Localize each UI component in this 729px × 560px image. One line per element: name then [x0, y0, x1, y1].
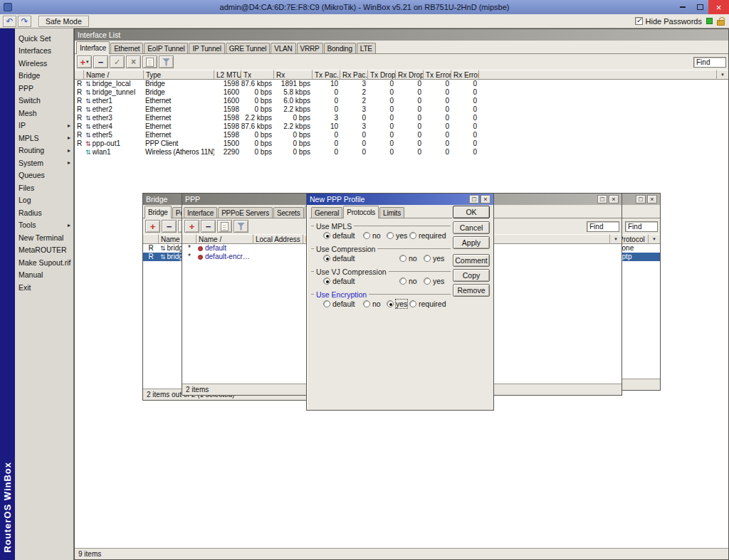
- radio-default[interactable]: default: [323, 231, 355, 240]
- sidebar-item[interactable]: Tools ▸: [15, 219, 73, 232]
- rx-column-header[interactable]: Rx: [274, 70, 313, 80]
- sidebar-item[interactable]: Bridge: [15, 70, 73, 83]
- find-box[interactable]: Find: [587, 221, 619, 232]
- column-chooser-button[interactable]: ▼: [649, 234, 660, 244]
- window-titlebar[interactable]: Interface List: [75, 29, 728, 41]
- sidebar-item[interactable]: Switch: [15, 95, 73, 107]
- undo-button[interactable]: ↶: [3, 16, 16, 27]
- sidebar-item[interactable]: System ▸: [15, 157, 73, 169]
- app-titlebar[interactable]: admin@D4:CA:6D:7E:F8:C9 (MikroTik) - Win…: [0, 0, 729, 14]
- sidebar-item[interactable]: Exit: [15, 281, 73, 294]
- tab[interactable]: Ethernet: [110, 43, 143, 53]
- dialog-titlebar[interactable]: New PPP Profile □ ×: [307, 194, 493, 205]
- sidebar-item[interactable]: PPP: [15, 82, 73, 95]
- remove-button[interactable]: −: [93, 56, 108, 68]
- add-button[interactable]: +: [184, 220, 199, 233]
- sidebar-item[interactable]: MPLS ▸: [15, 132, 73, 144]
- restore-button[interactable]: □: [469, 195, 479, 204]
- sidebar-item[interactable]: Interfaces: [15, 45, 73, 58]
- tab[interactable]: Bridge: [145, 206, 172, 218]
- tab[interactable]: Interface: [184, 207, 217, 218]
- comment-button[interactable]: Comment: [453, 254, 490, 267]
- find-box[interactable]: Find: [625, 221, 658, 232]
- rx-errors-column-header[interactable]: Rx Errors: [451, 70, 479, 80]
- sidebar-item[interactable]: Routing ▸: [15, 144, 73, 157]
- radio-default[interactable]: default: [323, 254, 355, 263]
- add-button[interactable]: +▾: [77, 56, 92, 68]
- tab[interactable]: Interface: [76, 41, 110, 54]
- interface-row[interactable]: R ether1 Ethernet 1600 0 bps 6.0 kbps 0 …: [75, 97, 728, 105]
- tab[interactable]: VLAN: [271, 43, 295, 53]
- name-column-header[interactable]: Name /: [84, 70, 144, 80]
- interface-row[interactable]: R bridge_tunnel Bridge 1600 0 bps 5.8 kb…: [75, 88, 728, 97]
- interface-row[interactable]: R ether4 Ethernet 1598 87.6 kbps 2.2 kbp…: [75, 122, 728, 131]
- disable-button[interactable]: ×: [126, 56, 141, 68]
- radio-required[interactable]: required: [409, 300, 446, 308]
- sidebar-item[interactable]: MetaROUTER: [15, 244, 73, 257]
- tab[interactable]: Secrets: [273, 207, 304, 218]
- radio-no[interactable]: no: [399, 254, 417, 263]
- tab[interactable]: Limits: [379, 207, 404, 218]
- radio-default[interactable]: default: [323, 277, 355, 285]
- add-button[interactable]: +: [145, 220, 160, 233]
- tx-drops-column-header[interactable]: Tx Drops: [368, 70, 396, 80]
- radio-default[interactable]: default: [323, 300, 355, 308]
- tx-packet-column-header[interactable]: Tx Pac...: [313, 70, 340, 80]
- tab[interactable]: EoIP Tunnel: [144, 43, 188, 53]
- filter-button[interactable]: [159, 56, 174, 68]
- flags-column-header[interactable]: [143, 234, 159, 244]
- radio-yes[interactable]: yes: [387, 300, 407, 308]
- tab[interactable]: VRRP: [297, 43, 323, 53]
- tx-errors-column-header[interactable]: Tx Errors: [424, 70, 451, 80]
- flags-column-header[interactable]: [182, 234, 196, 244]
- rx-packet-column-header[interactable]: Rx Pac...: [340, 70, 368, 80]
- sidebar-item[interactable]: Files: [15, 181, 73, 194]
- radio-yes[interactable]: yes: [424, 254, 444, 263]
- tab[interactable]: Protocols: [343, 206, 379, 218]
- rx-drops-column-header[interactable]: Rx Drops: [396, 70, 424, 80]
- radio-yes[interactable]: yes: [424, 277, 444, 285]
- name-column-header[interactable]: Name /: [196, 234, 253, 244]
- radio-required[interactable]: required: [409, 231, 446, 240]
- sidebar-item[interactable]: Manual: [15, 269, 73, 282]
- sidebar-item[interactable]: Quick Set: [15, 32, 73, 45]
- hide-passwords-checkbox[interactable]: Hide Passwords: [635, 17, 702, 26]
- type-column-header[interactable]: Type: [144, 70, 214, 80]
- tab[interactable]: Bonding: [324, 43, 356, 53]
- radio-no[interactable]: no: [363, 300, 381, 308]
- restore-button[interactable]: □: [597, 195, 607, 204]
- ok-button[interactable]: OK: [453, 206, 490, 218]
- comment-button[interactable]: [142, 56, 157, 68]
- flags-column-header[interactable]: [75, 70, 84, 80]
- remove-button[interactable]: −: [201, 220, 216, 233]
- enable-button[interactable]: ✓: [110, 56, 125, 68]
- close-window-button[interactable]: ×: [609, 195, 619, 204]
- interface-row[interactable]: wlan1 Wireless (Atheros 11N) 2290 0 bps …: [75, 148, 728, 157]
- interface-row[interactable]: R bridge_local Bridge 1598 87.6 kbps 189…: [75, 80, 728, 88]
- interface-row[interactable]: R ether3 Ethernet 1598 2.2 kbps 0 bps 3 …: [75, 114, 728, 122]
- close-button[interactable]: ×: [708, 0, 729, 14]
- find-box[interactable]: Find: [693, 57, 726, 68]
- safe-mode-button[interactable]: Safe Mode: [38, 16, 89, 27]
- tab[interactable]: PPPoE Servers: [218, 207, 273, 218]
- close-window-button[interactable]: ×: [647, 195, 657, 204]
- column-chooser-button[interactable]: ▼: [610, 234, 622, 244]
- sidebar-item[interactable]: Make Supout.rif: [15, 256, 73, 269]
- redo-button[interactable]: ↷: [18, 16, 31, 27]
- local-address-column-header[interactable]: Local Address: [253, 234, 303, 244]
- copy-button[interactable]: Copy: [453, 269, 490, 282]
- remove-button[interactable]: Remove: [453, 284, 490, 297]
- tab[interactable]: General: [311, 207, 342, 218]
- tx-column-header[interactable]: Tx: [241, 70, 274, 80]
- radio-no[interactable]: no: [399, 277, 417, 285]
- sidebar-item[interactable]: Radius: [15, 206, 73, 219]
- sidebar-item[interactable]: Mesh: [15, 107, 73, 120]
- close-dialog-button[interactable]: ×: [481, 195, 491, 204]
- sidebar-item[interactable]: IP ▸: [15, 120, 73, 132]
- tab[interactable]: GRE Tunnel: [226, 43, 270, 53]
- comment-button[interactable]: [217, 220, 232, 233]
- interface-row[interactable]: R ppp-out1 PPP Client 1500 0 bps 0 bps 0…: [75, 139, 728, 148]
- sidebar-item[interactable]: New Terminal: [15, 231, 73, 244]
- radio-yes[interactable]: yes: [387, 231, 407, 240]
- cancel-button[interactable]: Cancel: [453, 221, 490, 234]
